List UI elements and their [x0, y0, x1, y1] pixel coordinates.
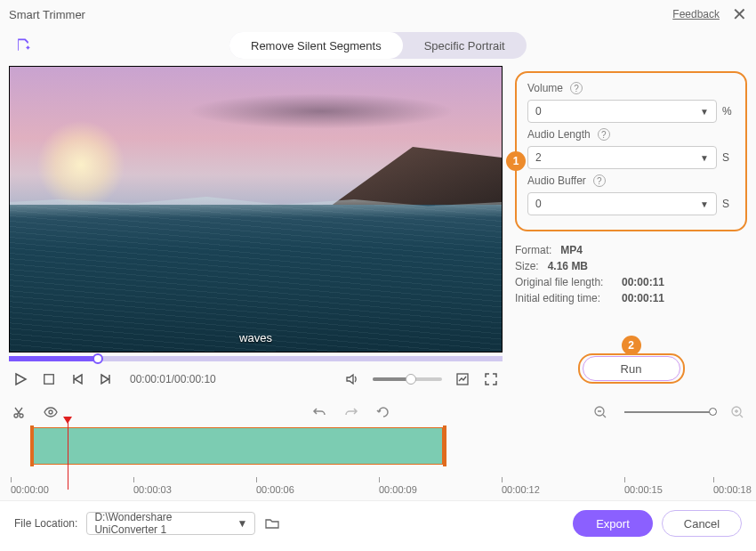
eye-icon[interactable]	[43, 404, 59, 420]
volume-slider[interactable]	[373, 377, 442, 381]
timeline-clip[interactable]	[32, 427, 443, 465]
file-location-label: File Location:	[14, 517, 77, 530]
preview-caption: waves	[10, 331, 502, 344]
chevron-down-icon: ▼	[700, 107, 709, 117]
meta-format: MP4	[560, 244, 583, 256]
help-icon[interactable]: ?	[598, 128, 610, 141]
reset-icon[interactable]	[375, 404, 391, 420]
volume-select[interactable]: 0▼	[527, 100, 717, 123]
audio-buffer-select[interactable]: 0▼	[527, 192, 717, 215]
prev-frame-icon[interactable]	[69, 371, 85, 387]
file-location-select[interactable]: D:\Wondershare UniConverter 1▼	[86, 512, 255, 535]
app-logo-icon	[14, 36, 32, 54]
play-icon[interactable]	[12, 371, 28, 387]
timeline[interactable]	[11, 425, 745, 470]
param-group: 1 Volume? 0▼ % Audio Length? 2▼ S Audio …	[515, 71, 747, 231]
meta-size: 4.16 MB	[548, 260, 588, 272]
zoom-slider[interactable]	[624, 411, 713, 413]
redo-icon[interactable]	[343, 404, 359, 420]
next-frame-icon[interactable]	[98, 371, 114, 387]
audio-buffer-unit: S	[722, 198, 735, 210]
chevron-down-icon: ▼	[700, 199, 709, 209]
annotation-badge-2: 2	[622, 336, 641, 355]
chevron-down-icon: ▼	[237, 517, 247, 530]
chevron-down-icon: ▼	[700, 153, 709, 163]
folder-icon[interactable]	[264, 515, 280, 531]
meta-original-length: 00:00:11	[622, 276, 664, 288]
audio-length-label: Audio Length	[527, 128, 591, 141]
clip-handle-right[interactable]	[443, 425, 446, 466]
help-icon[interactable]: ?	[593, 174, 606, 187]
audio-buffer-label: Audio Buffer	[527, 174, 586, 187]
progress-bar[interactable]	[9, 356, 503, 361]
fullscreen-icon[interactable]	[483, 371, 499, 387]
feedback-link[interactable]: Feedback	[672, 8, 720, 20]
video-preview: waves	[9, 66, 503, 352]
volume-unit: %	[722, 105, 735, 117]
window-title: Smart Trimmer	[9, 8, 85, 21]
file-meta: Format:MP4 Size:4.16 MB Original file le…	[515, 244, 747, 304]
clip-handle-left[interactable]	[30, 425, 34, 466]
timecode: 00:00:01/00:00:10	[130, 373, 216, 385]
volume-label: Volume	[527, 82, 563, 94]
audio-length-unit: S	[722, 151, 735, 164]
undo-icon[interactable]	[311, 404, 327, 420]
timeline-ruler: 00:00:00 00:00:03 00:00:06 00:00:09 00:0…	[11, 477, 745, 497]
close-icon[interactable]: ✕	[732, 5, 747, 23]
tab-remove-silent[interactable]: Remove Silent Segments	[229, 32, 403, 59]
stop-icon[interactable]	[41, 371, 57, 387]
cancel-button[interactable]: Cancel	[662, 510, 742, 537]
mute-icon[interactable]	[344, 371, 360, 387]
zoom-out-icon[interactable]	[592, 404, 608, 420]
mode-tabs: Remove Silent Segments Specific Portrait	[229, 32, 527, 59]
snapshot-icon[interactable]	[454, 371, 470, 387]
tab-specific-portrait[interactable]: Specific Portrait	[403, 32, 527, 59]
meta-initial-editing: 00:00:11	[622, 292, 664, 304]
export-button[interactable]: Export	[573, 510, 653, 537]
zoom-in-icon[interactable]	[729, 404, 745, 420]
annotation-badge-1: 1	[506, 151, 526, 171]
svg-rect-0	[44, 375, 54, 385]
run-button[interactable]: Run	[583, 356, 680, 381]
help-icon[interactable]: ?	[570, 82, 583, 94]
audio-length-select[interactable]: 2▼	[527, 146, 717, 169]
svg-point-4	[49, 410, 52, 414]
cut-icon[interactable]	[11, 404, 27, 420]
